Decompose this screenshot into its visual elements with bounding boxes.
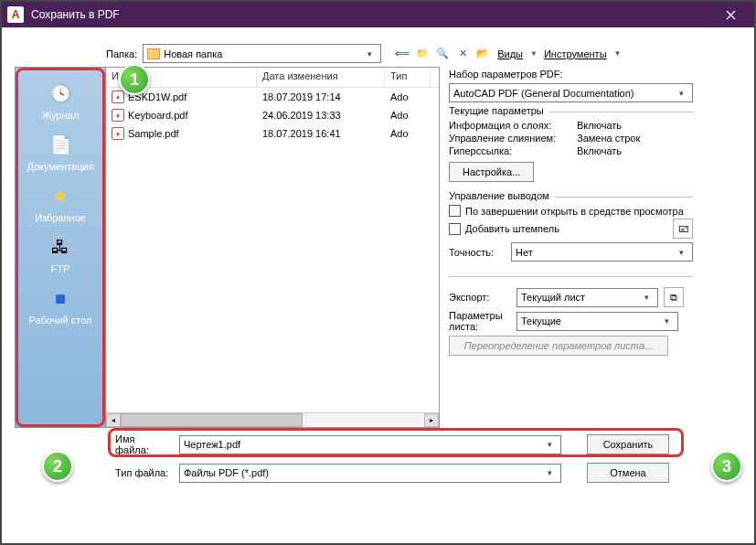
filename-label: Имя файла: — [115, 433, 170, 455]
pdf-icon: ♦ — [112, 91, 124, 103]
sidebar-item-ftp[interactable]: 🖧 FTP — [19, 229, 101, 278]
override-button: Переопределение параметров листа... — [449, 336, 668, 356]
export-window-button[interactable]: ⧉ — [664, 287, 684, 307]
sidebar-item-favorites[interactable]: ★ Избранное — [19, 177, 101, 227]
back-icon[interactable]: ⟸ — [394, 46, 410, 62]
file-row[interactable]: ♦ESKD1W.pdf 18.07.2019 17:14 Ado — [106, 88, 439, 106]
pdf-icon: ♦ — [112, 127, 124, 140]
current-params-title: Текущие параметры — [449, 105, 549, 116]
precision-label: Точность: — [449, 247, 504, 258]
sheet-params-combo[interactable]: Текущие ▾ — [516, 312, 678, 331]
chevron-down-icon: ▾ — [543, 440, 557, 449]
horizontal-scrollbar[interactable]: ◂ ▸ — [106, 412, 439, 427]
documents-icon: 📄 — [46, 130, 75, 159]
chevron-down-icon: ▾ — [675, 89, 688, 98]
file-row[interactable]: ♦Keyboard.pdf 24.06.2019 13:33 Ado — [106, 106, 439, 124]
chevron-down-icon: ▾ — [363, 49, 377, 59]
folder-combo[interactable]: Новая папка ▾ — [143, 44, 381, 63]
stamp-settings-button[interactable]: 🖃 — [673, 219, 693, 239]
titlebar: A Сохранить в PDF — [2, 2, 754, 27]
preset-combo[interactable]: AutoCAD PDF (General Documentation) ▾ — [449, 83, 693, 102]
export-label: Экспорт: — [449, 292, 511, 303]
open-after-checkbox[interactable] — [449, 205, 461, 217]
up-folder-icon[interactable]: 📁 — [414, 46, 431, 62]
chevron-down-icon: ▾ — [640, 293, 654, 302]
favorites-icon: ★ — [46, 181, 75, 210]
sheet-params-label: Параметры листа: — [449, 310, 511, 332]
annotation-3: 3 — [711, 451, 742, 482]
scroll-left-icon[interactable]: ◂ — [106, 413, 121, 427]
scroll-right-icon[interactable]: ▸ — [424, 413, 439, 427]
cancel-button[interactable]: Отмена — [587, 463, 669, 483]
places-sidebar: 🕓 Журнал 📄 Документация ★ Избранное 🖧 FT… — [15, 67, 106, 428]
views-menu[interactable]: Виды — [495, 48, 526, 59]
export-combo[interactable]: Текущий лист ▾ — [516, 288, 658, 307]
folder-label: Папка: — [106, 48, 137, 59]
chevron-down-icon: ▾ — [660, 316, 674, 326]
preset-label: Набор параметров PDF: — [449, 69, 693, 80]
app-icon: A — [7, 6, 24, 23]
column-type[interactable]: Тип — [385, 68, 431, 87]
filetype-combo[interactable]: Файлы PDF (*.pdf) ▾ — [179, 464, 561, 483]
chevron-down-icon: ▾ — [675, 248, 688, 257]
stamp-label: Добавить штемпель — [465, 223, 559, 234]
pdf-icon: ♦ — [112, 109, 124, 122]
delete-icon[interactable]: ✕ — [454, 46, 471, 62]
desktop-icon: ■ — [46, 283, 75, 313]
ftp-icon: 🖧 — [46, 232, 75, 262]
close-button[interactable] — [712, 2, 749, 27]
file-row[interactable]: ♦Sample.pdf 18.07.2019 16:41 Ado — [106, 124, 439, 143]
list-header: Имя Дата изменения Тип — [106, 68, 439, 88]
chevron-down-icon: ▾ — [543, 468, 557, 477]
annotation-2: 2 — [42, 451, 73, 482]
folder-value: Новая папка — [164, 48, 363, 59]
options-panel: Набор параметров PDF: AutoCAD PDF (Gener… — [440, 67, 700, 428]
stamp-checkbox[interactable] — [449, 223, 461, 235]
open-after-label: По завершении открыть в средстве просмот… — [465, 206, 684, 217]
sidebar-item-desktop[interactable]: ■ Рабочий стол — [19, 280, 101, 329]
history-icon: 🕓 — [46, 79, 75, 108]
settings-button[interactable]: Настройка... — [449, 162, 534, 182]
file-list: Имя Дата изменения Тип ♦ESKD1W.pdf 18.07… — [106, 67, 440, 428]
sidebar-item-history[interactable]: 🕓 Журнал — [19, 75, 101, 124]
new-folder-icon[interactable]: 📂 — [474, 46, 491, 62]
sidebar-item-documents[interactable]: 📄 Документация — [19, 126, 101, 176]
output-title: Управление выводом — [449, 190, 555, 201]
folder-icon — [147, 48, 160, 59]
toolbar: ⟸ 📁 🔍 ✕ 📂 Виды▼ Инструменты▼ — [394, 46, 621, 62]
annotation-1: 1 — [119, 64, 150, 95]
window-title: Сохранить в PDF — [31, 8, 712, 21]
filetype-label: Тип файла: — [115, 467, 170, 478]
precision-combo[interactable]: Нет ▾ — [511, 242, 693, 262]
search-icon[interactable]: 🔍 — [434, 46, 451, 62]
filename-input[interactable]: ▾ — [179, 435, 561, 454]
tools-menu[interactable]: Инструменты — [541, 48, 610, 59]
column-date[interactable]: Дата изменения — [257, 68, 385, 87]
save-button[interactable]: Сохранить — [587, 434, 669, 454]
